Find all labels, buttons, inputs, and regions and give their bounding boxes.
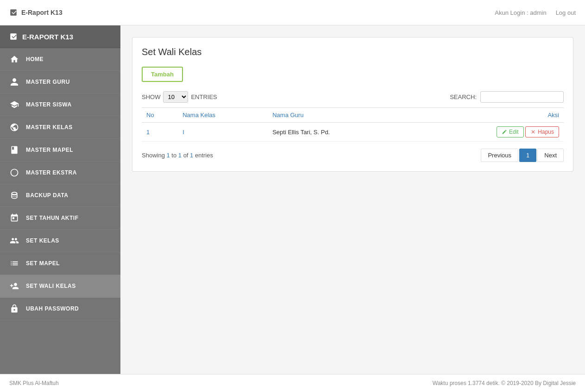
previous-button[interactable]: Previous (481, 149, 518, 162)
table-controls: SHOW 10 25 50 100 ENTRIES SEARCH: (142, 91, 564, 103)
database-icon (9, 190, 19, 200)
data-table: No Nama Kelas Nama Guru Aksi 1 I Septi E… (142, 107, 564, 142)
sidebar-item-set-wali-kelas[interactable]: SET WALI KELAS (0, 275, 120, 298)
sidebar-item-master-guru[interactable]: MASTER GURU (0, 71, 120, 93)
edit-button[interactable]: Edit (497, 126, 524, 137)
sidebar-item-label: SET KELAS (26, 237, 59, 244)
sidebar-item-label: SET TAHUN AKTIF (26, 215, 79, 221)
student-icon (9, 100, 19, 110)
sidebar-item-label: MASTER MAPEL (26, 147, 73, 153)
top-bar-title: E-Raport K13 (21, 9, 63, 16)
footer: SMK Plus Al-Maftuh Waktu proses 1.3774 d… (0, 374, 585, 392)
col-nama-guru: Nama Guru (268, 108, 410, 123)
showing-to: 1 (178, 152, 182, 159)
col-no: No (142, 108, 178, 123)
page-1-button[interactable]: 1 (519, 149, 536, 162)
sidebar-item-master-ekstra[interactable]: MASTER EKSTRA (0, 162, 120, 184)
school-name: SMK Plus Al-Maftuh (9, 380, 59, 386)
cell-nama-guru: Septi Ellis Tari, S. Pd. (268, 123, 410, 142)
circle-icon (9, 168, 19, 178)
sidebar-item-master-siswa[interactable]: MASTER SISWA (0, 93, 120, 116)
showing-from: 1 (166, 152, 170, 159)
sidebar-brand: E-RAPORT K13 (0, 25, 120, 48)
edit-label: Edit (509, 129, 519, 135)
sidebar-item-ubah-password[interactable]: UBAH PASSWORD (0, 298, 120, 320)
sidebar-item-set-tahun-aktif[interactable]: SET TAHUN AKTIF (0, 207, 120, 230)
pagination: Previous 1 Next (481, 149, 564, 162)
sidebar-item-label: UBAH PASSWORD (26, 305, 79, 312)
calendar-icon (9, 213, 19, 223)
search-label: SEARCH: (450, 93, 477, 100)
showing-text: Showing 1 to 1 of 1 entries (142, 152, 213, 159)
showing-of: 1 (190, 152, 193, 159)
hapus-label: Hapus (538, 129, 554, 135)
sidebar-item-label: MASTER EKSTRA (26, 169, 77, 176)
globe-icon (9, 122, 19, 132)
sidebar: E-RAPORT K13 HOME MASTER GURU (0, 25, 120, 374)
home-icon (9, 54, 19, 64)
copyright: Waktu proses 1.3774 detik. © 2019-2020 B… (433, 380, 576, 386)
col-aksi: Aksi (410, 108, 564, 123)
top-bar-logo: E-Raport K13 (9, 8, 63, 17)
sidebar-item-label: HOME (26, 56, 44, 62)
sidebar-item-backup-data[interactable]: BACKUP DATA (0, 184, 120, 207)
sidebar-item-set-kelas[interactable]: SET KELAS (0, 230, 120, 252)
col-nama-kelas: Nama Kelas (178, 108, 268, 123)
entries-label: ENTRIES (191, 93, 217, 100)
sidebar-item-home[interactable]: HOME (0, 48, 120, 71)
hapus-button[interactable]: Hapus (525, 126, 559, 137)
setclass-icon (9, 236, 19, 246)
sidebar-item-label: MASTER KELAS (26, 124, 73, 131)
table-footer: Showing 1 to 1 of 1 entries Previous 1 N… (142, 149, 564, 162)
main-card: Set Wali Kelas Tambah SHOW 10 25 50 100 … (132, 37, 573, 172)
tambah-button[interactable]: Tambah (142, 67, 183, 82)
sidebar-item-master-mapel[interactable]: MASTER MAPEL (0, 139, 120, 162)
lock-icon (9, 304, 19, 314)
sidebar-item-label: BACKUP DATA (26, 192, 69, 199)
search-box: SEARCH: (450, 91, 564, 103)
show-label: SHOW (142, 93, 160, 100)
entries-select[interactable]: 10 25 50 100 (163, 91, 188, 103)
page-title: Set Wali Kelas (142, 47, 564, 57)
cell-aksi: Edit Hapus (410, 123, 564, 142)
list-icon (9, 258, 19, 268)
sidebar-item-label: SET WALI KELAS (26, 283, 76, 289)
show-entries: SHOW 10 25 50 100 ENTRIES (142, 91, 217, 103)
logout-link[interactable]: Log out (556, 9, 576, 16)
user-icon (9, 77, 19, 87)
sidebar-item-master-kelas[interactable]: MASTER KELAS (0, 116, 120, 139)
content-area: Set Wali Kelas Tambah SHOW 10 25 50 100 … (120, 25, 585, 374)
table-row: 1 I Septi Ellis Tari, S. Pd. Edit (142, 123, 564, 142)
search-input[interactable] (480, 91, 564, 103)
cell-nama-kelas: I (178, 123, 268, 142)
sidebar-item-label: MASTER SISWA (26, 101, 72, 108)
account-label: Akun Login : admin (495, 9, 546, 16)
cell-no: 1 (142, 123, 178, 142)
sidebar-item-set-mapel[interactable]: SET MAPEL (0, 252, 120, 275)
adduser-icon (9, 281, 19, 291)
next-button[interactable]: Next (537, 149, 564, 162)
sidebar-item-label: SET MAPEL (26, 260, 60, 267)
book-icon (9, 145, 19, 155)
sidebar-brand-label: E-RAPORT K13 (22, 33, 73, 41)
sidebar-item-label: MASTER GURU (26, 79, 70, 85)
sidebar-nav: HOME MASTER GURU MASTER SISWA (0, 48, 120, 374)
